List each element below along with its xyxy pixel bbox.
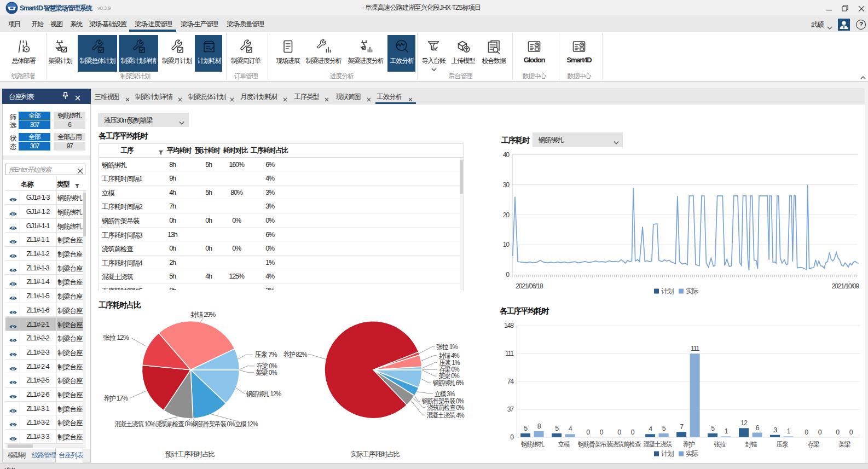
svg-text:立模 12%: 立模 12%	[235, 420, 258, 428]
svg-text:封锚 4%: 封锚 4%	[439, 352, 460, 360]
svg-text:3: 3	[773, 426, 777, 434]
svg-text:10: 10	[503, 241, 510, 248]
svg-text:养护: 养护	[683, 441, 695, 448]
svg-text:实际: 实际	[686, 450, 698, 458]
svg-text:架梁: 架梁	[839, 441, 851, 448]
svg-text:0: 0	[586, 429, 590, 436]
svg-text:0: 0	[836, 429, 840, 436]
svg-text:混凝土浇筑 10%: 混凝土浇筑 10%	[115, 420, 156, 428]
svg-text:钢筋骨架吊装: 钢筋骨架吊装	[577, 441, 613, 448]
svg-text:5: 5	[524, 425, 528, 432]
svg-text:钢筋绑扎 12%: 钢筋绑扎 12%	[246, 390, 281, 398]
svg-text:计划: 计划	[661, 450, 674, 458]
svg-text:立模: 立模	[558, 441, 570, 448]
svg-text:37: 37	[507, 406, 514, 413]
svg-text:0: 0	[600, 429, 604, 436]
svg-text:0: 0	[849, 429, 853, 436]
svg-text:张拉 1%: 张拉 1%	[437, 343, 458, 351]
svg-text:立模 3%: 立模 3%	[435, 390, 455, 398]
svg-text:压浆 7%: 压浆 7%	[255, 351, 277, 358]
svg-text:0: 0	[631, 429, 635, 436]
svg-text:0: 0	[617, 429, 621, 436]
svg-text:111: 111	[691, 345, 699, 352]
svg-text:浇筑前检查: 浇筑前检查	[612, 441, 641, 448]
svg-text:钢筋绑扎: 钢筋绑扎	[520, 441, 545, 448]
svg-text:7: 7	[680, 423, 684, 431]
svg-text:1: 1	[725, 427, 728, 435]
svg-text:架梁 0%: 架梁 0%	[256, 369, 277, 377]
svg-text:张拉: 张拉	[714, 441, 726, 448]
svg-text:混凝土浇筑 4%: 混凝土浇筑 4%	[427, 412, 465, 419]
svg-text:5: 5	[711, 425, 715, 432]
svg-text:12: 12	[740, 419, 748, 427]
svg-text:5: 5	[662, 425, 666, 432]
svg-text:封锚: 封锚	[745, 441, 757, 448]
svg-text:存梁: 存梁	[808, 441, 820, 448]
svg-text:30: 30	[503, 181, 510, 189]
svg-text:封锚 29%: 封锚 29%	[190, 311, 216, 319]
svg-text:实际: 实际	[686, 287, 698, 295]
svg-text:0: 0	[510, 433, 514, 441]
svg-text:74: 74	[507, 378, 514, 385]
svg-text:8: 8	[537, 422, 541, 430]
svg-text:浇筑前检查 0%: 浇筑前检查 0%	[156, 420, 193, 428]
svg-text:浇筑前检查 0%: 浇筑前检查 0%	[427, 404, 465, 412]
svg-text:4: 4	[569, 425, 572, 433]
svg-text:混凝土浇筑: 混凝土浇筑	[643, 441, 672, 448]
svg-text:4: 4	[649, 425, 652, 433]
svg-text:钢筋绑扎 6%: 钢筋绑扎 6%	[432, 379, 464, 387]
svg-text:20: 20	[503, 211, 510, 219]
svg-text:2021/06/18: 2021/06/18	[516, 282, 543, 290]
svg-text:148: 148	[504, 322, 514, 329]
svg-text:计划: 计划	[661, 287, 674, 295]
svg-text:111: 111	[505, 350, 514, 357]
svg-text:钢筋骨架吊装 0%: 钢筋骨架吊装 0%	[192, 420, 235, 428]
svg-text:压浆: 压浆	[777, 441, 789, 448]
svg-text:1: 1	[787, 427, 791, 435]
svg-text:2021/10/09: 2021/10/09	[831, 282, 859, 290]
svg-text:0: 0	[805, 429, 808, 436]
svg-text:40: 40	[503, 151, 510, 159]
svg-text:5: 5	[555, 425, 559, 432]
svg-text:0: 0	[506, 271, 510, 279]
svg-text:张拉 12%: 张拉 12%	[103, 334, 129, 341]
svg-text:养护 17%: 养护 17%	[103, 395, 128, 402]
svg-text:6: 6	[756, 424, 760, 432]
svg-text:0: 0	[818, 429, 822, 436]
svg-text:养护 82%: 养护 82%	[283, 351, 308, 358]
